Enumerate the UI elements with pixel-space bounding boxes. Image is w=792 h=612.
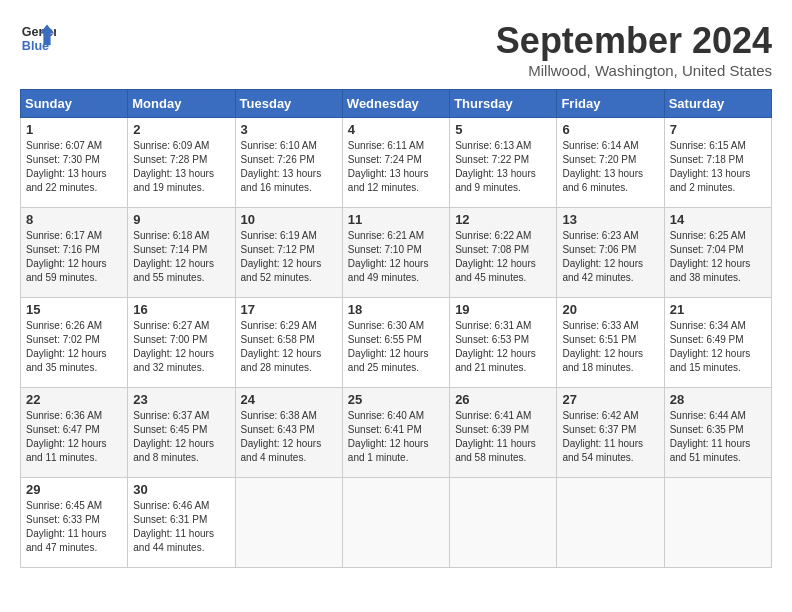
day-info: Sunrise: 6:27 AM Sunset: 7:00 PM Dayligh… [133,319,229,375]
calendar-cell: 13Sunrise: 6:23 AM Sunset: 7:06 PM Dayli… [557,208,664,298]
day-info: Sunrise: 6:42 AM Sunset: 6:37 PM Dayligh… [562,409,658,465]
calendar-cell: 28Sunrise: 6:44 AM Sunset: 6:35 PM Dayli… [664,388,771,478]
day-number: 8 [26,212,122,227]
calendar-week-row: 15Sunrise: 6:26 AM Sunset: 7:02 PM Dayli… [21,298,772,388]
calendar-cell: 27Sunrise: 6:42 AM Sunset: 6:37 PM Dayli… [557,388,664,478]
calendar-cell: 1Sunrise: 6:07 AM Sunset: 7:30 PM Daylig… [21,118,128,208]
day-info: Sunrise: 6:31 AM Sunset: 6:53 PM Dayligh… [455,319,551,375]
calendar-cell [342,478,449,568]
day-info: Sunrise: 6:26 AM Sunset: 7:02 PM Dayligh… [26,319,122,375]
calendar-table: SundayMondayTuesdayWednesdayThursdayFrid… [20,89,772,568]
day-number: 1 [26,122,122,137]
calendar-cell: 17Sunrise: 6:29 AM Sunset: 6:58 PM Dayli… [235,298,342,388]
day-info: Sunrise: 6:45 AM Sunset: 6:33 PM Dayligh… [26,499,122,555]
calendar-cell: 10Sunrise: 6:19 AM Sunset: 7:12 PM Dayli… [235,208,342,298]
page-header: General Blue September 2024 Millwood, Wa… [20,20,772,79]
calendar-cell: 16Sunrise: 6:27 AM Sunset: 7:00 PM Dayli… [128,298,235,388]
day-number: 16 [133,302,229,317]
calendar-week-row: 22Sunrise: 6:36 AM Sunset: 6:47 PM Dayli… [21,388,772,478]
day-number: 2 [133,122,229,137]
day-number: 25 [348,392,444,407]
day-info: Sunrise: 6:44 AM Sunset: 6:35 PM Dayligh… [670,409,766,465]
day-info: Sunrise: 6:40 AM Sunset: 6:41 PM Dayligh… [348,409,444,465]
calendar-cell: 12Sunrise: 6:22 AM Sunset: 7:08 PM Dayli… [450,208,557,298]
day-info: Sunrise: 6:21 AM Sunset: 7:10 PM Dayligh… [348,229,444,285]
month-title: September 2024 [496,20,772,62]
calendar-cell: 22Sunrise: 6:36 AM Sunset: 6:47 PM Dayli… [21,388,128,478]
calendar-cell: 6Sunrise: 6:14 AM Sunset: 7:20 PM Daylig… [557,118,664,208]
day-info: Sunrise: 6:11 AM Sunset: 7:24 PM Dayligh… [348,139,444,195]
calendar-cell: 18Sunrise: 6:30 AM Sunset: 6:55 PM Dayli… [342,298,449,388]
weekday-header-row: SundayMondayTuesdayWednesdayThursdayFrid… [21,90,772,118]
day-info: Sunrise: 6:07 AM Sunset: 7:30 PM Dayligh… [26,139,122,195]
calendar-cell: 5Sunrise: 6:13 AM Sunset: 7:22 PM Daylig… [450,118,557,208]
day-number: 7 [670,122,766,137]
calendar-cell [450,478,557,568]
calendar-cell: 11Sunrise: 6:21 AM Sunset: 7:10 PM Dayli… [342,208,449,298]
day-number: 12 [455,212,551,227]
title-area: September 2024 Millwood, Washington, Uni… [496,20,772,79]
weekday-header-wednesday: Wednesday [342,90,449,118]
calendar-cell: 9Sunrise: 6:18 AM Sunset: 7:14 PM Daylig… [128,208,235,298]
day-number: 9 [133,212,229,227]
day-number: 13 [562,212,658,227]
logo: General Blue [20,20,60,56]
day-info: Sunrise: 6:25 AM Sunset: 7:04 PM Dayligh… [670,229,766,285]
day-number: 17 [241,302,337,317]
day-info: Sunrise: 6:34 AM Sunset: 6:49 PM Dayligh… [670,319,766,375]
day-info: Sunrise: 6:33 AM Sunset: 6:51 PM Dayligh… [562,319,658,375]
calendar-cell: 8Sunrise: 6:17 AM Sunset: 7:16 PM Daylig… [21,208,128,298]
calendar-cell: 25Sunrise: 6:40 AM Sunset: 6:41 PM Dayli… [342,388,449,478]
day-info: Sunrise: 6:46 AM Sunset: 6:31 PM Dayligh… [133,499,229,555]
logo-icon: General Blue [20,20,56,56]
day-number: 28 [670,392,766,407]
weekday-header-saturday: Saturday [664,90,771,118]
calendar-week-row: 8Sunrise: 6:17 AM Sunset: 7:16 PM Daylig… [21,208,772,298]
calendar-week-row: 29Sunrise: 6:45 AM Sunset: 6:33 PM Dayli… [21,478,772,568]
day-number: 10 [241,212,337,227]
day-number: 11 [348,212,444,227]
day-number: 3 [241,122,337,137]
weekday-header-sunday: Sunday [21,90,128,118]
weekday-header-monday: Monday [128,90,235,118]
calendar-cell: 24Sunrise: 6:38 AM Sunset: 6:43 PM Dayli… [235,388,342,478]
calendar-cell: 7Sunrise: 6:15 AM Sunset: 7:18 PM Daylig… [664,118,771,208]
day-number: 18 [348,302,444,317]
day-info: Sunrise: 6:09 AM Sunset: 7:28 PM Dayligh… [133,139,229,195]
day-info: Sunrise: 6:10 AM Sunset: 7:26 PM Dayligh… [241,139,337,195]
calendar-week-row: 1Sunrise: 6:07 AM Sunset: 7:30 PM Daylig… [21,118,772,208]
calendar-cell: 2Sunrise: 6:09 AM Sunset: 7:28 PM Daylig… [128,118,235,208]
calendar-cell: 19Sunrise: 6:31 AM Sunset: 6:53 PM Dayli… [450,298,557,388]
day-info: Sunrise: 6:13 AM Sunset: 7:22 PM Dayligh… [455,139,551,195]
day-info: Sunrise: 6:30 AM Sunset: 6:55 PM Dayligh… [348,319,444,375]
calendar-cell [664,478,771,568]
day-number: 14 [670,212,766,227]
day-info: Sunrise: 6:19 AM Sunset: 7:12 PM Dayligh… [241,229,337,285]
calendar-cell: 20Sunrise: 6:33 AM Sunset: 6:51 PM Dayli… [557,298,664,388]
day-info: Sunrise: 6:38 AM Sunset: 6:43 PM Dayligh… [241,409,337,465]
location-title: Millwood, Washington, United States [496,62,772,79]
day-number: 27 [562,392,658,407]
day-number: 4 [348,122,444,137]
day-info: Sunrise: 6:22 AM Sunset: 7:08 PM Dayligh… [455,229,551,285]
day-number: 21 [670,302,766,317]
day-number: 26 [455,392,551,407]
calendar-cell: 21Sunrise: 6:34 AM Sunset: 6:49 PM Dayli… [664,298,771,388]
weekday-header-friday: Friday [557,90,664,118]
calendar-cell: 26Sunrise: 6:41 AM Sunset: 6:39 PM Dayli… [450,388,557,478]
day-number: 24 [241,392,337,407]
day-info: Sunrise: 6:29 AM Sunset: 6:58 PM Dayligh… [241,319,337,375]
weekday-header-tuesday: Tuesday [235,90,342,118]
calendar-cell: 15Sunrise: 6:26 AM Sunset: 7:02 PM Dayli… [21,298,128,388]
day-info: Sunrise: 6:15 AM Sunset: 7:18 PM Dayligh… [670,139,766,195]
calendar-cell: 23Sunrise: 6:37 AM Sunset: 6:45 PM Dayli… [128,388,235,478]
calendar-cell: 29Sunrise: 6:45 AM Sunset: 6:33 PM Dayli… [21,478,128,568]
day-info: Sunrise: 6:23 AM Sunset: 7:06 PM Dayligh… [562,229,658,285]
day-number: 22 [26,392,122,407]
day-info: Sunrise: 6:41 AM Sunset: 6:39 PM Dayligh… [455,409,551,465]
weekday-header-thursday: Thursday [450,90,557,118]
calendar-cell: 14Sunrise: 6:25 AM Sunset: 7:04 PM Dayli… [664,208,771,298]
day-number: 6 [562,122,658,137]
day-info: Sunrise: 6:18 AM Sunset: 7:14 PM Dayligh… [133,229,229,285]
day-info: Sunrise: 6:37 AM Sunset: 6:45 PM Dayligh… [133,409,229,465]
